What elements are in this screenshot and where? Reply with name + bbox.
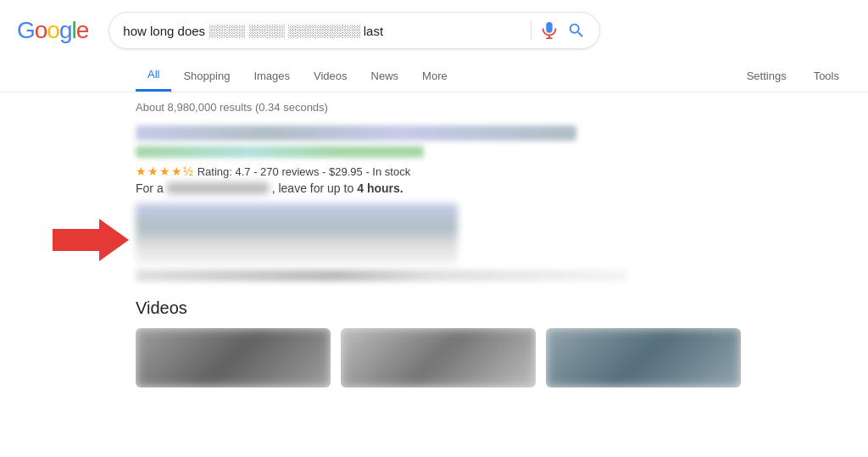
red-arrow-icon [53,219,129,261]
desc-blurred [167,182,269,194]
tab-settings[interactable]: Settings [735,61,798,91]
rating-text: Rating: 4.7 - 270 reviews - $29.95 - In … [198,165,410,178]
image-strip-container [136,203,644,281]
svg-marker-0 [53,219,129,261]
tab-tools[interactable]: Tools [802,61,851,91]
red-arrow-container [53,219,129,265]
search-input[interactable] [123,24,522,38]
search-divider [531,20,531,41]
videos-heading: Videos [136,298,868,318]
result-title-blurred [136,125,576,141]
search-icon[interactable] [567,21,586,40]
tab-all[interactable]: All [136,59,171,92]
tab-more[interactable]: More [410,61,459,91]
desc-suffix: , leave for up to [272,181,354,195]
tab-news[interactable]: News [359,61,411,91]
header: G o o g l e [0,0,868,49]
video-thumb-1-image [136,328,331,387]
logo-e: e [76,17,89,44]
page-wrapper: G o o g l e All Shopping Images Video [0,0,868,387]
results-count: About 8,980,000 results (0.34 seconds) [136,101,868,114]
nav-tabs: All Shopping Images Videos News More Set… [0,53,868,92]
logo-g: G [17,17,35,44]
star-icons: ★★★★½ [136,164,194,178]
image-strip-blurred [136,203,458,265]
google-logo: G o o g l e [17,17,88,44]
videos-section: Videos [0,298,868,387]
video-thumb-3-image [546,328,741,387]
image-strip-extra [136,270,627,281]
video-thumb-3[interactable] [546,328,741,387]
mic-icon[interactable] [540,21,559,40]
nav-right: Settings Tools [735,61,868,91]
logo-g2: g [59,17,72,44]
video-thumb-1[interactable] [136,328,331,387]
video-thumb-2-image [341,328,536,387]
tab-images[interactable]: Images [242,61,302,91]
result-url-blurred [136,146,424,158]
tab-videos[interactable]: Videos [302,61,359,91]
search-bar [108,12,600,49]
logo-o2: o [47,17,59,44]
result-description: For a , leave for up to 4 hours. [136,181,644,195]
result-rating: ★★★★½ Rating: 4.7 - 270 reviews - $29.95… [136,164,644,178]
logo-o1: o [35,17,47,44]
desc-prefix: For a [136,181,164,195]
video-thumbnails [136,328,868,387]
desc-bold: 4 hours. [357,181,403,195]
tab-shopping[interactable]: Shopping [171,61,242,91]
results-area: About 8,980,000 results (0.34 seconds) ★… [0,92,868,281]
result-item: ★★★★½ Rating: 4.7 - 270 reviews - $29.95… [136,125,644,281]
video-thumb-2[interactable] [341,328,536,387]
